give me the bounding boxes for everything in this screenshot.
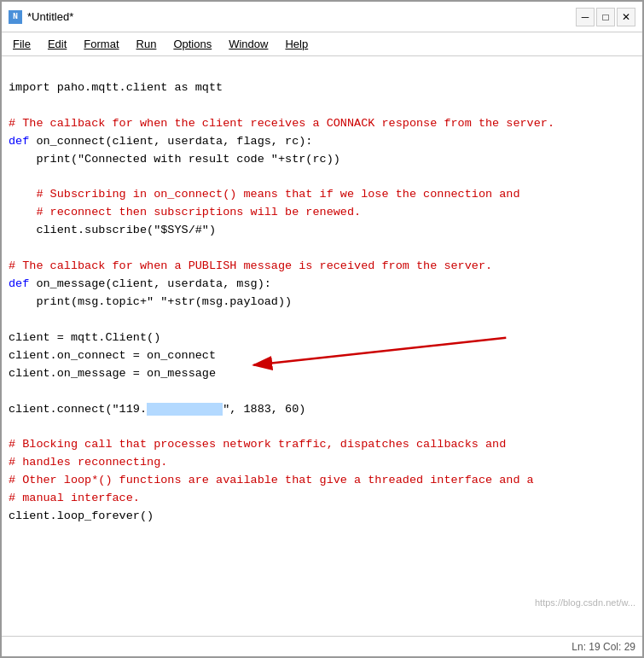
title-bar-left: N *Untitled* xyxy=(9,10,73,24)
menu-edit[interactable]: Edit xyxy=(40,34,74,54)
main-window: N *Untitled* ─ □ ✕ File Edit Format Run … xyxy=(0,0,644,658)
window-controls: ─ □ ✕ xyxy=(576,8,635,26)
status-position: Ln: 19 Col: 29 xyxy=(571,641,635,653)
window-title: *Untitled* xyxy=(27,10,73,23)
menu-run[interactable]: Run xyxy=(129,34,165,54)
minimize-button[interactable]: ─ xyxy=(576,8,595,26)
close-button[interactable]: ✕ xyxy=(617,8,635,26)
menu-format[interactable]: Format xyxy=(76,34,126,54)
menu-options[interactable]: Options xyxy=(165,34,219,54)
watermark: https://blog.csdn.net/w... xyxy=(535,596,635,610)
menu-help[interactable]: Help xyxy=(277,34,316,54)
app-icon: N xyxy=(9,10,22,24)
menu-bar: File Edit Format Run Options Window Help xyxy=(2,32,642,56)
status-bar: Ln: 19 Col: 29 xyxy=(2,636,642,656)
title-bar: N *Untitled* ─ □ ✕ xyxy=(2,2,642,32)
app-icon-letter: N xyxy=(13,12,18,21)
editor-area[interactable]: import paho.mqtt.client as mqtt # The ca… xyxy=(2,56,642,636)
menu-file[interactable]: File xyxy=(5,34,38,54)
code-content: import paho.mqtt.client as mqtt # The ca… xyxy=(9,61,635,544)
maximize-button[interactable]: □ xyxy=(596,8,615,26)
menu-window[interactable]: Window xyxy=(221,34,276,54)
